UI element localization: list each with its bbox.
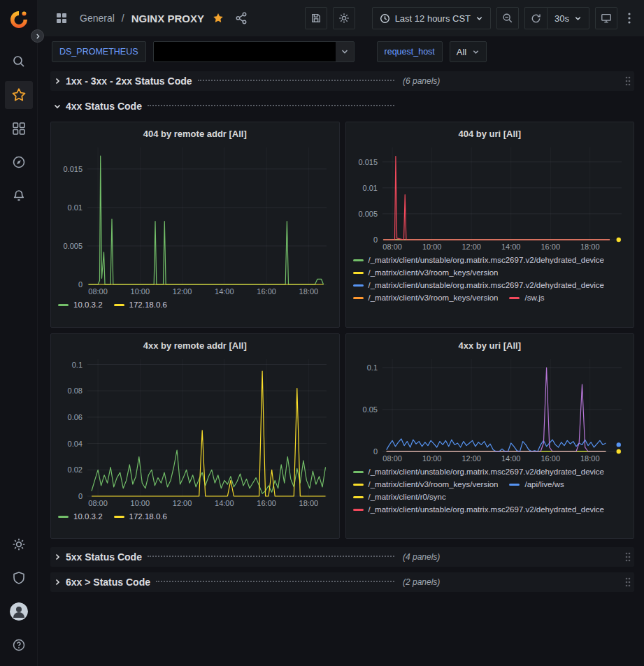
- help-icon: [12, 638, 26, 652]
- clock-icon: [380, 13, 390, 24]
- dotted-leader: [148, 105, 394, 106]
- legend-item[interactable]: /_matrix/client/unstable/org.matrix.msc2…: [353, 256, 605, 264]
- legend-item[interactable]: /_matrix/client/unstable/org.matrix.msc2…: [353, 281, 605, 289]
- svg-text:08:00: 08:00: [88, 287, 108, 296]
- row-drag-handle[interactable]: [624, 75, 631, 87]
- sidebar-item-security[interactable]: [5, 564, 33, 592]
- chevron-right-icon: [53, 578, 62, 586]
- time-series-chart[interactable]: 00.0050.010.01508:0010:0012:0014:0016:00…: [58, 142, 332, 297]
- legend-item[interactable]: /api/live/ws: [509, 480, 564, 488]
- legend-item[interactable]: /_matrix/client/v3/room_keys/version: [353, 294, 499, 302]
- sidebar-item-settings[interactable]: [5, 530, 33, 558]
- row-header-4xx[interactable]: 4xx Status Code: [50, 96, 634, 116]
- legend-item[interactable]: 10.0.3.2: [58, 512, 103, 521]
- sidebar-item-profile[interactable]: [5, 598, 33, 625]
- legend-item[interactable]: /_matrix/client/v3/room_keys/version: [353, 480, 499, 488]
- request-host-select[interactable]: All: [450, 41, 487, 62]
- svg-text:12:00: 12:00: [461, 242, 481, 251]
- tv-mode-button[interactable]: [595, 7, 617, 29]
- svg-text:10:00: 10:00: [131, 499, 150, 507]
- sidebar-item-help[interactable]: [5, 631, 33, 659]
- legend-item[interactable]: 172.18.0.6: [114, 512, 167, 521]
- svg-text:08:00: 08:00: [382, 454, 402, 463]
- sidebar-item-explore[interactable]: [5, 148, 33, 176]
- row-header-5xx[interactable]: 5xx Status Code (4 panels): [50, 547, 634, 567]
- time-series-chart[interactable]: 00.0050.010.01508:0010:0012:0014:0016:00…: [353, 142, 627, 252]
- legend-item[interactable]: /_matrix/client/r0/sync: [353, 493, 446, 501]
- sidebar-expand-button[interactable]: [31, 29, 44, 43]
- sidebar-item-dashboards[interactable]: [5, 115, 33, 143]
- svg-text:0.005: 0.005: [358, 210, 378, 218]
- svg-text:18:00: 18:00: [299, 499, 319, 507]
- legend-item[interactable]: 172.18.0.6: [114, 301, 167, 309]
- svg-text:16:00: 16:00: [541, 242, 560, 251]
- legend-item[interactable]: /sw.js: [509, 294, 544, 302]
- chevron-down-icon: [574, 15, 582, 22]
- panel-title[interactable]: 404 by remote addr [All]: [58, 125, 332, 142]
- row-header-1xx-3xx-2xx[interactable]: 1xx - 3xx - 2xx Status Code (6 panels): [50, 71, 634, 91]
- legend-label: 172.18.0.6: [129, 301, 167, 309]
- row-drag-handle[interactable]: [624, 577, 631, 588]
- sidebar-item-search[interactable]: [5, 48, 33, 75]
- panel-grid: 404 by remote addr [All] 00.0050.010.015…: [50, 122, 634, 539]
- legend-item[interactable]: 10.0.3.2: [58, 301, 103, 309]
- panel-title[interactable]: 4xx by uri [All]: [353, 337, 627, 354]
- svg-text:12:00: 12:00: [173, 287, 192, 296]
- sidebar-item-alerting[interactable]: [5, 182, 33, 210]
- legend-swatch: [353, 259, 364, 261]
- legend-swatch: [509, 297, 520, 299]
- dashboard-title[interactable]: NGINX PROXY: [131, 13, 204, 24]
- gear-icon: [338, 13, 350, 24]
- request-host-variable-label[interactable]: request_host: [377, 41, 443, 62]
- svg-text:12:00: 12:00: [461, 454, 481, 463]
- apps-icon[interactable]: [56, 13, 67, 24]
- row-panel-count: (2 panels): [403, 577, 440, 587]
- legend-label: /_matrix/client/v3/room_keys/version: [368, 480, 499, 488]
- svg-text:08:00: 08:00: [382, 242, 402, 251]
- svg-text:0.05: 0.05: [362, 405, 377, 414]
- more-options-button[interactable]: [623, 7, 636, 29]
- svg-text:0: 0: [78, 492, 83, 500]
- svg-text:0: 0: [373, 236, 377, 244]
- time-series-chart[interactable]: 00.020.040.060.080.108:0010:0012:0014:00…: [58, 354, 332, 509]
- row-header-6xx[interactable]: 6xx > Status Code (2 panels): [50, 572, 634, 592]
- refresh-button[interactable]: [524, 7, 547, 29]
- legend-item[interactable]: /_matrix/client/unstable/org.matrix.msc2…: [353, 468, 605, 476]
- datasource-variable-label[interactable]: DS_PROMETHEUS: [52, 41, 146, 62]
- refresh-interval-dropdown[interactable]: 30s: [547, 7, 589, 29]
- svg-text:18:00: 18:00: [580, 242, 600, 251]
- legend-swatch: [58, 304, 69, 306]
- row-panel-count: (4 panels): [403, 552, 440, 562]
- save-button[interactable]: [305, 7, 327, 29]
- chevron-down-icon: [475, 15, 483, 22]
- panel-title[interactable]: 4xx by remote addr [All]: [58, 337, 332, 354]
- time-series-chart[interactable]: 00.050.108:0010:0012:0014:0016:0018:00: [353, 354, 627, 464]
- breadcrumb-section[interactable]: General: [80, 13, 115, 24]
- grafana-logo-icon[interactable]: [6, 7, 31, 32]
- time-range-picker[interactable]: Last 12 hours CST: [372, 7, 491, 29]
- zoom-out-button[interactable]: [496, 7, 519, 29]
- shield-icon: [12, 571, 26, 585]
- request-host-value: All: [457, 47, 466, 57]
- dashboard-settings-button[interactable]: [333, 7, 355, 29]
- svg-text:0.06: 0.06: [68, 413, 83, 421]
- datasource-select[interactable]: [153, 41, 355, 62]
- svg-text:0.01: 0.01: [68, 203, 83, 212]
- legend-item[interactable]: /_matrix/client/v3/room_keys/version: [353, 268, 499, 277]
- svg-text:0.015: 0.015: [63, 165, 83, 173]
- legend-label: 10.0.3.2: [73, 512, 103, 521]
- svg-text:0.01: 0.01: [362, 184, 377, 192]
- row-drag-handle[interactable]: [624, 551, 631, 563]
- legend-label: /_matrix/client/v3/room_keys/version: [368, 294, 499, 302]
- svg-text:10:00: 10:00: [131, 287, 150, 296]
- legend-swatch: [353, 509, 364, 511]
- favorite-star-icon[interactable]: [213, 13, 224, 24]
- svg-text:0.08: 0.08: [68, 386, 83, 395]
- share-icon[interactable]: [235, 12, 248, 24]
- svg-text:0: 0: [78, 280, 83, 289]
- svg-text:16:00: 16:00: [541, 454, 560, 463]
- sidebar-item-starred[interactable]: [5, 81, 33, 109]
- dashboards-icon: [12, 122, 26, 136]
- legend-item[interactable]: /_matrix/client/unstable/org.matrix.msc2…: [353, 505, 605, 514]
- panel-title[interactable]: 404 by uri [All]: [353, 125, 627, 142]
